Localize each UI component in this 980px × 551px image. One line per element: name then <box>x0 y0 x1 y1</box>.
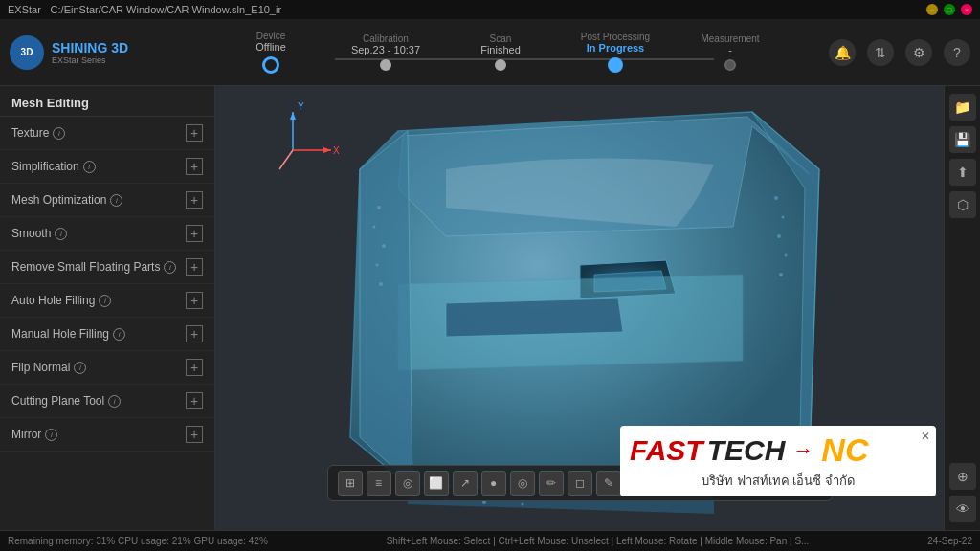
texture-add-button[interactable]: + <box>186 124 203 142</box>
sidebar: Mesh Editing Texture i + Simplification … <box>0 86 215 530</box>
auto-hole-label: Auto Hole Filling <box>11 294 95 307</box>
toolbar-target-button[interactable]: ◎ <box>395 471 420 496</box>
toolbar-rect-button[interactable]: ◻ <box>568 471 592 496</box>
notifications-button[interactable]: 🔔 <box>829 39 856 66</box>
watermark: ✕ FAST TECH → NC บริษัท ฟาสท์เทค เอ็นซี … <box>620 426 936 496</box>
smooth-add-button[interactable]: + <box>186 225 203 242</box>
title-text: EXStar - C:/EinStar/CAR Window/CAR Windo… <box>8 4 281 15</box>
rt-model-button[interactable]: ⬡ <box>949 191 976 218</box>
minimize-button[interactable]: − <box>926 4 938 15</box>
toolbar-circle-button[interactable]: ◎ <box>510 471 535 496</box>
manual-hole-add-button[interactable]: + <box>186 325 203 342</box>
rt-eye-button[interactable]: 👁 <box>949 496 976 522</box>
mirror-add-button[interactable]: + <box>186 426 203 443</box>
step-scan-dot <box>495 59 506 71</box>
texture-label: Texture <box>11 126 49 140</box>
toolbar-select2-button[interactable]: ↗ <box>453 471 478 496</box>
step-postprocessing[interactable]: Post Processing In Progress <box>558 32 673 73</box>
rt-folder-button[interactable]: 📁 <box>949 94 976 121</box>
logo-area: 3D SHINING 3D EXStar Series <box>10 35 172 70</box>
statusbar-left: Remaining memory: 31% CPU usage: 21% GPU… <box>8 536 268 546</box>
close-button[interactable]: × <box>961 4 972 15</box>
flip-normal-info-icon: i <box>74 362 86 374</box>
watermark-close-button[interactable]: ✕ <box>921 430 930 443</box>
mesh-optimization-info-icon: i <box>110 194 122 207</box>
sidebar-item-flip-normal[interactable]: Flip Normal i + <box>0 351 214 385</box>
cutting-plane-add-button[interactable]: + <box>186 392 203 409</box>
toolbar-box-button[interactable]: ⬜ <box>424 471 449 496</box>
step-device[interactable]: Device Offline <box>213 31 328 74</box>
svg-point-6 <box>781 216 784 219</box>
step-device-dot <box>262 56 279 74</box>
remove-floating-add-button[interactable]: + <box>186 258 203 276</box>
step-post-name: Post Processing <box>581 32 650 42</box>
svg-point-1 <box>372 226 375 229</box>
sidebar-item-mesh-optimization[interactable]: Mesh Optimization i + <box>0 184 214 217</box>
sidebar-item-texture[interactable]: Texture i + <box>0 117 214 150</box>
manual-hole-label: Manual Hole Filling <box>11 327 109 341</box>
toolbar-select-button[interactable]: ⊞ <box>338 471 363 496</box>
rt-upload-button[interactable]: ⬆ <box>949 159 976 186</box>
header: 3D SHINING 3D EXStar Series Device Offli… <box>0 19 980 86</box>
step-measurement[interactable]: Measurement - <box>673 33 788 71</box>
toolbar-layers-button[interactable]: ≡ <box>367 471 391 496</box>
mirror-info-icon: i <box>45 429 57 441</box>
flip-normal-label: Flip Normal <box>11 361 70 374</box>
step-measure-dot <box>724 59 736 71</box>
smooth-info-icon: i <box>55 228 67 240</box>
sidebar-item-mirror[interactable]: Mirror i + <box>0 418 214 452</box>
auto-hole-add-button[interactable]: + <box>186 292 203 309</box>
step-calibration[interactable]: Calibration Sep.23 - 10:37 <box>328 33 443 71</box>
step-measure-info: - <box>728 44 732 55</box>
sidebar-item-auto-hole[interactable]: Auto Hole Filling i + <box>0 284 214 318</box>
help-button[interactable]: ? <box>944 39 970 66</box>
step-scan-info: Finished <box>480 44 521 55</box>
cutting-plane-info-icon: i <box>108 395 121 408</box>
svg-point-5 <box>774 196 778 200</box>
watermark-top: FAST TECH → NC <box>630 431 926 469</box>
svg-point-2 <box>382 244 386 248</box>
cutting-plane-label: Cutting Plane Tool <box>11 394 104 408</box>
svg-text:Y: Y <box>298 101 304 112</box>
maximize-button[interactable]: □ <box>944 4 955 15</box>
step-calibration-info: Sep.23 - 10:37 <box>351 44 420 55</box>
sidebar-item-simplification[interactable]: Simplification i + <box>0 150 214 184</box>
watermark-nc: NC <box>821 431 868 469</box>
simplification-info-icon: i <box>83 161 96 173</box>
mesh-optimization-add-button[interactable]: + <box>186 191 203 209</box>
steps-wrapper: Device Offline Calibration Sep.23 - 10:3… <box>172 31 829 74</box>
viewport[interactable]: Y X ⊞ ≡ ◎ ⬜ ↗ ● ◎ ✏ ◻ ✎ AA ↔ ⬛ <box>215 86 944 530</box>
step-measure-name: Measurement <box>701 33 759 44</box>
right-toolbar: 📁 💾 ⬆ ⬡ ⊕ 👁 <box>944 86 980 530</box>
sidebar-item-remove-floating[interactable]: Remove Small Floating Parts i + <box>0 251 214 284</box>
flip-normal-add-button[interactable]: + <box>186 359 203 376</box>
svg-marker-18 <box>290 112 296 120</box>
toolbar-brush-button[interactable]: ● <box>481 471 506 496</box>
step-device-name: Device <box>256 31 286 41</box>
simplification-add-button[interactable]: + <box>186 158 203 175</box>
rt-save-button[interactable]: 💾 <box>949 126 976 153</box>
svg-line-20 <box>279 150 293 169</box>
statusbar-right: Shift+Left Mouse: Select | Ctrl+Left Mou… <box>387 536 810 546</box>
window-controls[interactable]: − □ × <box>926 4 972 15</box>
watermark-subtitle: บริษัท ฟาสท์เทค เอ็นซี จำกัด <box>702 471 855 491</box>
logo-icon: 3D <box>10 35 44 70</box>
header-right: 🔔 ⇅ ⚙ ? <box>829 39 970 66</box>
toolbar-edit-button[interactable]: ✎ <box>596 471 621 496</box>
svg-point-3 <box>375 264 378 267</box>
auto-hole-info-icon: i <box>99 295 111 307</box>
sidebar-item-manual-hole[interactable]: Manual Hole Filling i + <box>0 318 214 351</box>
settings-button[interactable]: ⚙ <box>905 39 932 66</box>
sidebar-item-smooth[interactable]: Smooth i + <box>0 217 214 251</box>
remove-floating-info-icon: i <box>164 261 176 274</box>
manual-hole-info-icon: i <box>113 328 125 341</box>
sidebar-item-cutting-plane[interactable]: Cutting Plane Tool i + <box>0 385 214 418</box>
step-scan[interactable]: Scan Finished <box>443 33 558 71</box>
share-button[interactable]: ⇅ <box>867 39 894 66</box>
logo-sub: EXStar Series <box>52 55 128 65</box>
step-calibration-name: Calibration <box>363 33 409 44</box>
simplification-label: Simplification <box>11 160 79 173</box>
mesh-optimization-label: Mesh Optimization <box>11 193 106 207</box>
toolbar-pen-button[interactable]: ✏ <box>539 471 564 496</box>
rt-crosshair-button[interactable]: ⊕ <box>949 463 976 490</box>
